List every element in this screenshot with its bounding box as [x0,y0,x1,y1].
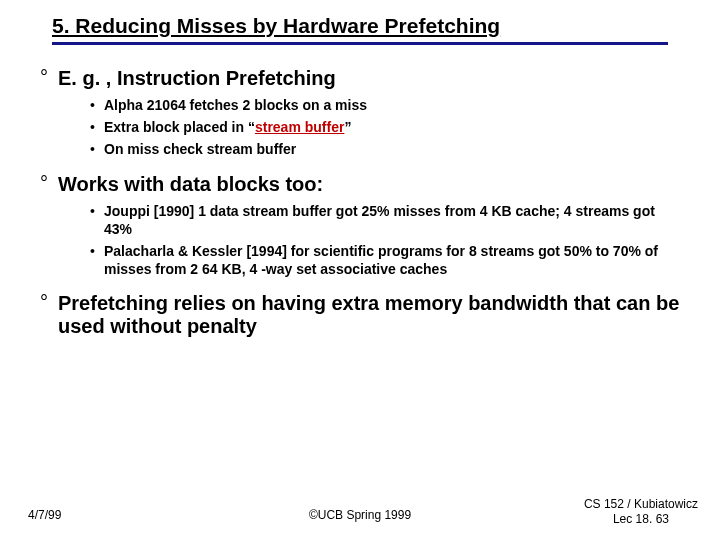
sub-bullet-text: On miss check stream buffer [104,140,296,158]
sub-bullet: • Palacharla & Kessler [1994] for scient… [90,242,680,278]
slide-body: ° E. g. , Instruction Prefetching • Alph… [0,45,720,338]
bullet-1-text: E. g. , Instruction Prefetching [58,67,336,90]
bullet-3: ° Prefetching relies on having extra mem… [40,292,680,338]
bullet-icon: • [90,202,104,238]
bullet-1: ° E. g. , Instruction Prefetching [40,67,680,90]
sub-bullet: • Extra block placed in “stream buffer” [90,118,680,136]
bullet-icon: • [90,242,104,278]
highlight-term: stream buffer [255,119,344,135]
sub-bullet-text: Extra block placed in “stream buffer” [104,118,351,136]
slide-title: 5. Reducing Misses by Hardware Prefetchi… [52,14,720,38]
degree-icon: ° [40,292,58,338]
sub-bullet: • Alpha 21064 fetches 2 blocks on a miss [90,96,680,114]
degree-icon: ° [40,67,58,90]
footer-course: CS 152 / Kubiatowicz Lec 18. 63 [584,497,698,526]
sub-bullet-text: Palacharla & Kessler [1994] for scientif… [104,242,680,278]
bullet-icon: • [90,118,104,136]
bullet-2: ° Works with data blocks too: [40,173,680,196]
sub-bullet-text: Jouppi [1990] 1 data stream buffer got 2… [104,202,680,238]
sub-bullet: • On miss check stream buffer [90,140,680,158]
degree-icon: ° [40,173,58,196]
bullet-icon: • [90,96,104,114]
bullet-icon: • [90,140,104,158]
bullet-2-text: Works with data blocks too: [58,173,323,196]
bullet-3-text: Prefetching relies on having extra memor… [58,292,680,338]
sub-bullet: • Jouppi [1990] 1 data stream buffer got… [90,202,680,238]
sub-bullet-text: Alpha 21064 fetches 2 blocks on a miss [104,96,367,114]
